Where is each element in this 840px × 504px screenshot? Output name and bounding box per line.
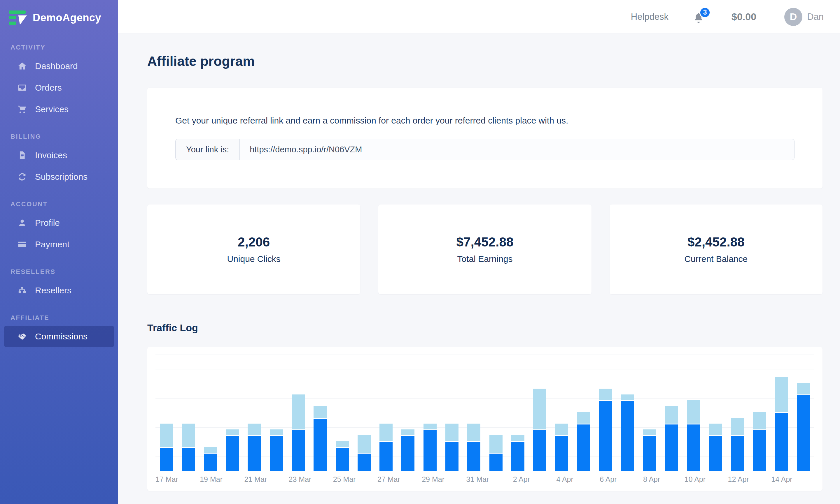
traffic-bar-11-apr[interactable] bbox=[704, 355, 726, 471]
traffic-bar-4-apr[interactable] bbox=[551, 355, 572, 471]
traffic-bar-14-apr[interactable] bbox=[770, 355, 792, 471]
referral-card: Get your unique referral link and earn a… bbox=[147, 88, 823, 188]
sidebar-item-label: Orders bbox=[35, 83, 62, 93]
sidebar-item-payment[interactable]: Payment bbox=[4, 234, 114, 255]
home-icon bbox=[17, 61, 28, 71]
account-balance[interactable]: $0.00 bbox=[732, 11, 756, 22]
sidebar-item-orders[interactable]: Orders bbox=[4, 77, 114, 98]
x-axis-label: 12 Apr bbox=[728, 475, 749, 485]
bar-segment-light bbox=[226, 429, 239, 435]
bar-segment-dark bbox=[577, 425, 590, 471]
traffic-bar-19-mar[interactable] bbox=[200, 355, 221, 471]
traffic-bar-30-mar[interactable] bbox=[441, 355, 463, 471]
bar-segment-light bbox=[401, 429, 414, 435]
bar-segment-light bbox=[687, 400, 700, 424]
x-axis-label bbox=[267, 475, 289, 485]
brand-logo[interactable]: DemoAgency bbox=[0, 0, 118, 28]
traffic-chart-bars bbox=[155, 355, 814, 471]
bar-segment-light bbox=[511, 435, 525, 441]
brand-name: DemoAgency bbox=[33, 12, 101, 24]
sidebar-item-commissions[interactable]: Commissions bbox=[4, 326, 114, 347]
sidebar-item-profile[interactable]: Profile bbox=[4, 212, 114, 234]
traffic-bar-12-apr[interactable] bbox=[726, 355, 749, 471]
traffic-bar-2-apr[interactable] bbox=[507, 355, 529, 471]
traffic-bar-3-apr[interactable] bbox=[529, 355, 551, 471]
traffic-bar-9-apr[interactable] bbox=[661, 355, 683, 471]
user-menu[interactable]: D Dan bbox=[784, 8, 824, 26]
invoice-icon bbox=[17, 150, 28, 161]
x-axis-label bbox=[706, 475, 727, 485]
traffic-bar-18-mar[interactable] bbox=[177, 355, 199, 471]
traffic-bar-23-mar[interactable] bbox=[287, 355, 309, 471]
sidebar-item-dashboard[interactable]: Dashboard bbox=[4, 55, 114, 77]
bar-segment-light bbox=[533, 389, 546, 429]
x-axis-label bbox=[662, 475, 684, 485]
bar-segment-light bbox=[467, 424, 480, 441]
traffic-bar-20-mar[interactable] bbox=[221, 355, 243, 471]
bar-segment-light bbox=[336, 441, 349, 447]
traffic-bar-5-apr[interactable] bbox=[573, 355, 595, 471]
sidebar-item-resellers[interactable]: Resellers bbox=[4, 280, 114, 301]
traffic-bar-28-mar[interactable] bbox=[397, 355, 419, 471]
bar-segment-light bbox=[358, 435, 371, 453]
traffic-bar-26-mar[interactable] bbox=[353, 355, 375, 471]
page-title: Affiliate program bbox=[147, 53, 823, 69]
avatar: D bbox=[784, 8, 802, 26]
traffic-bar-7-apr[interactable] bbox=[617, 355, 638, 471]
sidebar-item-subscriptions[interactable]: Subscriptions bbox=[4, 166, 114, 187]
traffic-bar-22-mar[interactable] bbox=[265, 355, 287, 471]
x-axis-label: 29 Mar bbox=[422, 475, 445, 485]
x-axis-label: 8 Apr bbox=[641, 475, 662, 485]
traffic-bar-24-mar[interactable] bbox=[309, 355, 331, 471]
bar-segment-light bbox=[577, 412, 590, 424]
notifications-bell[interactable]: 3 bbox=[692, 9, 706, 24]
bar-segment-dark bbox=[424, 430, 436, 471]
x-axis-label: 21 Mar bbox=[244, 475, 267, 485]
traffic-bar-10-apr[interactable] bbox=[683, 355, 704, 471]
bar-segment-light bbox=[709, 424, 722, 435]
traffic-bar-17-mar[interactable] bbox=[155, 355, 177, 471]
referral-description: Get your unique referral link and earn a… bbox=[175, 116, 794, 126]
main-content: Affiliate program Get your unique referr… bbox=[118, 34, 840, 504]
cart-icon bbox=[17, 104, 28, 114]
sidebar-item-invoices[interactable]: Invoices bbox=[4, 144, 114, 166]
x-axis-label bbox=[311, 475, 333, 485]
traffic-bar-6-apr[interactable] bbox=[595, 355, 617, 471]
bar-segment-dark bbox=[445, 442, 459, 471]
user-name: Dan bbox=[807, 12, 824, 22]
traffic-bar-31-mar[interactable] bbox=[463, 355, 485, 471]
handshake-icon bbox=[17, 331, 28, 342]
bar-segment-dark bbox=[775, 413, 788, 471]
traffic-bar-29-mar[interactable] bbox=[419, 355, 441, 471]
x-axis-label bbox=[532, 475, 554, 485]
bar-segment-dark bbox=[226, 436, 239, 471]
bar-segment-dark bbox=[467, 442, 480, 471]
refresh-icon bbox=[17, 172, 28, 182]
traffic-bar-21-mar[interactable] bbox=[243, 355, 265, 471]
stat-card-total-earnings: $7,452.88Total Earnings bbox=[378, 204, 591, 294]
traffic-bar-8-apr[interactable] bbox=[639, 355, 661, 471]
traffic-bar-27-mar[interactable] bbox=[375, 355, 397, 471]
helpdesk-link[interactable]: Helpdesk bbox=[631, 12, 669, 22]
referral-link-label: Your link is: bbox=[176, 139, 240, 160]
bar-segment-light bbox=[313, 406, 327, 418]
x-axis-label: 19 Mar bbox=[200, 475, 223, 485]
x-axis-label: 23 Mar bbox=[289, 475, 311, 485]
referral-link-input[interactable] bbox=[240, 139, 794, 160]
x-axis-label bbox=[223, 475, 244, 485]
x-axis-label bbox=[178, 475, 200, 485]
traffic-bar-25-mar[interactable] bbox=[331, 355, 353, 471]
brand-logo-icon bbox=[9, 11, 27, 25]
x-axis-label bbox=[356, 475, 377, 485]
traffic-bar-13-apr[interactable] bbox=[749, 355, 770, 471]
traffic-chart-card: 17 Mar19 Mar21 Mar23 Mar25 Mar27 Mar29 M… bbox=[147, 347, 823, 491]
bar-segment-dark bbox=[379, 442, 393, 471]
sidebar-item-services[interactable]: Services bbox=[4, 98, 114, 120]
stat-value: $7,452.88 bbox=[457, 235, 514, 249]
bar-segment-light bbox=[490, 435, 502, 453]
bar-segment-dark bbox=[292, 430, 305, 471]
bar-segment-dark bbox=[533, 430, 546, 471]
traffic-bar-1-apr[interactable] bbox=[485, 355, 507, 471]
x-axis-label bbox=[749, 475, 771, 485]
traffic-bar-15-apr[interactable] bbox=[792, 355, 814, 471]
